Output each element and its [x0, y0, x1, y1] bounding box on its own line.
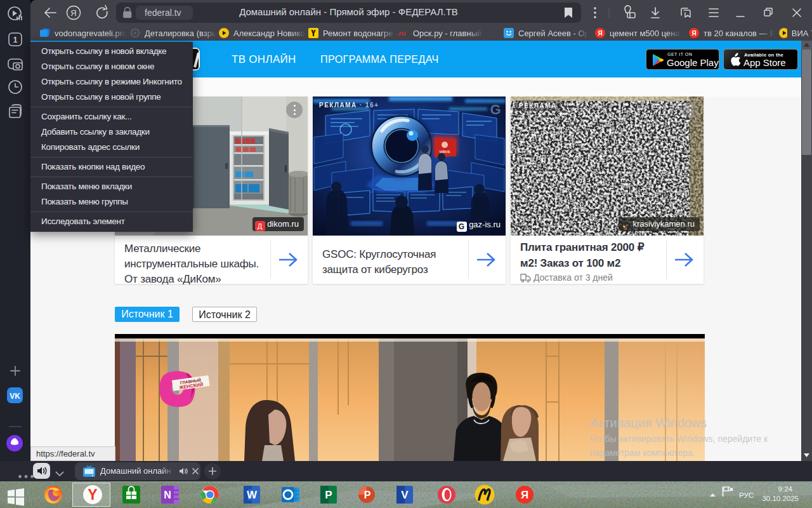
svg-text:Я: Я — [70, 8, 76, 18]
svg-text:Я: Я — [598, 29, 603, 37]
svg-text:1: 1 — [13, 36, 18, 44]
svg-text:РУС: РУС — [739, 491, 754, 499]
svg-text:.ru: .ru — [397, 29, 406, 37]
svg-text:30.10.2025: 30.10.2025 — [762, 495, 799, 502]
svg-text:Я: Я — [521, 489, 528, 501]
svg-text:Я: Я — [691, 29, 697, 37]
svg-text:G: G — [490, 102, 501, 117]
svg-text:V: V — [401, 489, 409, 501]
svg-text:Y: Y — [88, 486, 97, 503]
svg-text:N: N — [164, 490, 171, 500]
svg-text:P: P — [364, 490, 371, 500]
svg-text:9:24: 9:24 — [778, 485, 793, 493]
svg-text:W: W — [247, 489, 258, 501]
svg-text:P: P — [325, 489, 332, 501]
svg-text:VK: VK — [10, 392, 20, 401]
